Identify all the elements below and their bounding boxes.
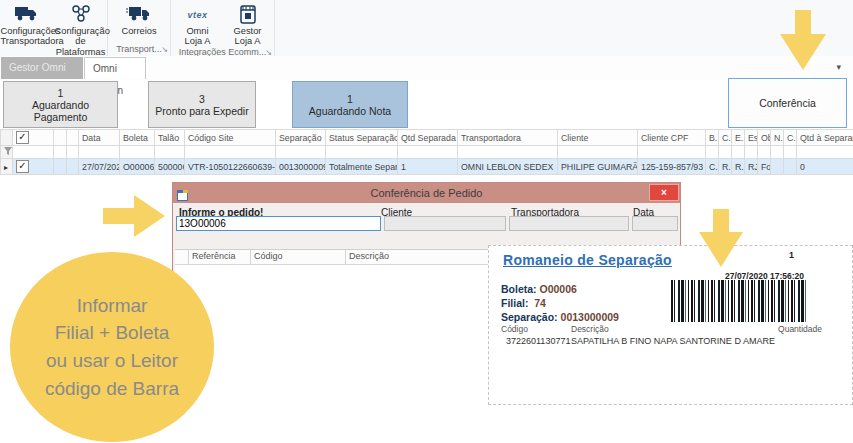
select-all-checkbox[interactable]: ✓ [13, 130, 54, 146]
col-header-n[interactable]: N... [771, 130, 784, 146]
cell-status-separacao[interactable]: Totalmente Separado [326, 159, 398, 175]
order-row[interactable]: ▸ ✓ 27/07/2020 O00006 500006 VTR-1050122… [1, 159, 853, 175]
tile-aguardando-nota[interactable]: 1 Aguardando Nota [292, 81, 408, 128]
item-codigo: 3722601130771 [506, 336, 570, 346]
filter-cell[interactable] [745, 146, 758, 159]
col-header-qtd-a-separar[interactable]: Qtd à Separar [797, 130, 853, 146]
filter-cell[interactable] [120, 146, 155, 159]
pedido-input[interactable] [176, 216, 381, 231]
col-header-cliente[interactable]: Cliente [558, 130, 638, 146]
tab-omni-leblon[interactable]: Omni Leblon [84, 57, 146, 79]
cell-ob[interactable]: For... [758, 159, 771, 175]
ribbon: Configurações Transportadora Configuraçã… [0, 0, 853, 57]
cell-qtd-separada[interactable]: 1 [398, 159, 458, 175]
cell-transportadora[interactable]: OMNI LEBLON SEDEX [458, 159, 558, 175]
filter-cell[interactable] [398, 146, 458, 159]
filter-cell[interactable] [276, 146, 326, 159]
checkbox-checked-icon[interactable]: ✓ [16, 131, 29, 144]
col-header-ob[interactable]: Ob... [758, 130, 771, 146]
tile-label: Aguardando Pagamento [4, 99, 117, 123]
filter-cell[interactable] [732, 146, 745, 159]
data-field[interactable] [632, 216, 678, 231]
cell-codigo-site[interactable]: VTR-1050122660639-01 [185, 159, 276, 175]
dialog-col-referencia[interactable]: Referência [189, 250, 251, 264]
checkbox-checked-icon[interactable]: ✓ [16, 160, 29, 173]
grid-filter-row [1, 146, 853, 159]
col-header-boleta[interactable]: Boleta [120, 130, 155, 146]
transportadora-field[interactable] [509, 216, 629, 231]
close-icon[interactable]: × [649, 184, 679, 201]
dialog-launcher-icon[interactable]: ↘ [265, 47, 272, 56]
col-header-codigo-site[interactable]: Código Site [185, 130, 276, 146]
cell-boleta[interactable]: O00006 [120, 159, 155, 175]
cliente-field[interactable] [384, 216, 506, 231]
filter-cell[interactable] [54, 146, 67, 159]
filter-cell[interactable] [326, 146, 398, 159]
cell-talao[interactable]: 500006 [155, 159, 185, 175]
ribbon-group-integracoes-ecommerce: vtex Omni Loja A Gestor Loja A Integraçõ… [171, 0, 275, 56]
filter-cell[interactable] [155, 146, 185, 159]
cell-es[interactable]: RJ [745, 159, 758, 175]
col-header-talao[interactable]: Talão [155, 130, 185, 146]
cell-separacao[interactable]: 0013000009 [276, 159, 326, 175]
cell-cliente-cpf[interactable]: 125-159-857/93 [638, 159, 706, 175]
filter-cell[interactable] [758, 146, 771, 159]
filter-cell[interactable] [13, 146, 54, 159]
filter-cell[interactable] [458, 146, 558, 159]
filter-cell[interactable] [771, 146, 784, 159]
col-header-qtd-separada[interactable]: Qtd Separada [398, 130, 458, 146]
arrow-right-pedido-input-icon [103, 195, 165, 237]
cell-extra1[interactable] [54, 159, 67, 175]
tile-count: 1 [293, 93, 407, 105]
ribbon-button-label: Configurações Transportadora [1, 26, 53, 47]
filter-cell[interactable] [67, 146, 79, 159]
cell-cliente[interactable]: PHILIPE GUIMARÃES [558, 159, 638, 175]
platforms-icon [55, 4, 107, 26]
filter-cell[interactable] [79, 146, 120, 159]
romaneio-de-separacao-document: Romaneio de Separação 1 27/07/2020 17:56… [488, 245, 853, 405]
dialog-col-codigo[interactable]: Código [251, 250, 346, 264]
dialog-title-bar[interactable]: Conferência de Pedido × [173, 183, 680, 203]
ribbon-button-omni-loja-a[interactable]: vtex Omni Loja A [174, 2, 222, 47]
cell-c2[interactable] [784, 159, 797, 175]
filter-cell[interactable] [719, 146, 732, 159]
cell-e[interactable]: R... [732, 159, 745, 175]
filter-cell[interactable] [784, 146, 797, 159]
cell-extra2[interactable] [67, 159, 79, 175]
filter-cell[interactable] [638, 146, 706, 159]
tab-gestor-omni-leblon[interactable]: Gestor Omni Leblon× [1, 57, 83, 79]
col-header-cliente-cpf[interactable]: Cliente CPF [638, 130, 706, 146]
tile-pronto-para-expedir[interactable]: 3 Pronto para Expedir [148, 81, 256, 128]
form-icon [177, 187, 188, 207]
col-header-status-separacao[interactable]: Status Separação [326, 130, 398, 146]
ribbon-button-gestor-loja-a[interactable]: Gestor Loja A [224, 2, 272, 47]
filter-cell[interactable] [797, 146, 853, 159]
col-header-es[interactable]: Es... [745, 130, 758, 146]
col-header-data[interactable]: Data [79, 130, 120, 146]
ribbon-button-configuracoes-transportadora[interactable]: Configurações Transportadora [1, 2, 53, 57]
col-header-b[interactable]: B... [706, 130, 719, 146]
ribbon-button-configuracao-de-plataformas[interactable]: Configuração de Plataformas [55, 2, 107, 57]
tile-aguardando-pagamento[interactable]: 1 Aguardando Pagamento [3, 81, 118, 128]
col-header-e[interactable]: E... [732, 130, 745, 146]
dialog-launcher-icon[interactable]: ↘ [161, 44, 168, 55]
col-header-separacao[interactable]: Separação [276, 130, 326, 146]
cell-data[interactable]: 27/07/2020 [79, 159, 120, 175]
row-checkbox-cell[interactable]: ✓ [13, 159, 54, 175]
filter-cell[interactable] [558, 146, 638, 159]
cell-c[interactable]: R... [719, 159, 732, 175]
col-header-c2[interactable]: C... [784, 130, 797, 146]
filter-cell[interactable] [706, 146, 719, 159]
cell-n[interactable] [771, 159, 784, 175]
col-header-transportadora[interactable]: Transportadora [458, 130, 558, 146]
col-header-c[interactable]: C... [719, 130, 732, 146]
col-header-extra1[interactable] [54, 130, 67, 146]
cell-qtd-a-separar[interactable]: 0 [797, 159, 853, 175]
doc-col-quantidade: Quantidade [778, 324, 822, 334]
tab-list-dropdown-icon[interactable]: ▾ [836, 62, 841, 72]
ribbon-button-correios[interactable]: Correios [110, 2, 168, 44]
conferencia-button[interactable]: Conferência [728, 78, 847, 128]
cell-b[interactable]: C... [706, 159, 719, 175]
filter-cell[interactable] [185, 146, 276, 159]
col-header-extra2[interactable] [67, 130, 79, 146]
